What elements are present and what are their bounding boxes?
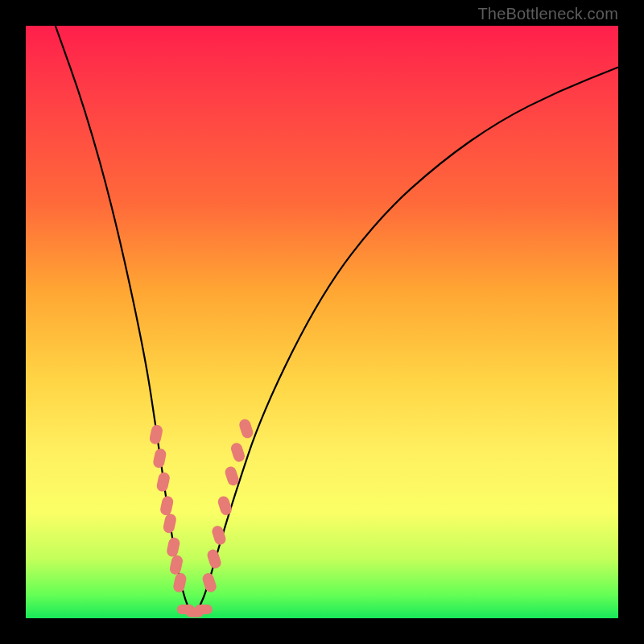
plot-area [26, 26, 618, 618]
marker-pill [149, 424, 164, 445]
curve-markers [149, 418, 255, 617]
watermark-text: TheBottleneck.com [477, 5, 618, 23]
marker-pill [237, 418, 254, 440]
bottleneck-curve [56, 26, 618, 613]
chart-frame: TheBottleneck.com [0, 0, 644, 644]
marker-pill [201, 572, 218, 593]
marker-pill [155, 472, 171, 493]
marker-pill [229, 441, 246, 463]
marker-pill [172, 572, 188, 593]
marker-pill [152, 448, 167, 469]
marker-pill [206, 548, 223, 570]
marker-pill [169, 555, 184, 576]
chart-svg [26, 26, 618, 618]
marker-pill [195, 605, 213, 614]
marker-pill [163, 513, 178, 534]
marker-pill [166, 536, 181, 557]
marker-pill [159, 495, 175, 516]
marker-pill [217, 495, 233, 517]
